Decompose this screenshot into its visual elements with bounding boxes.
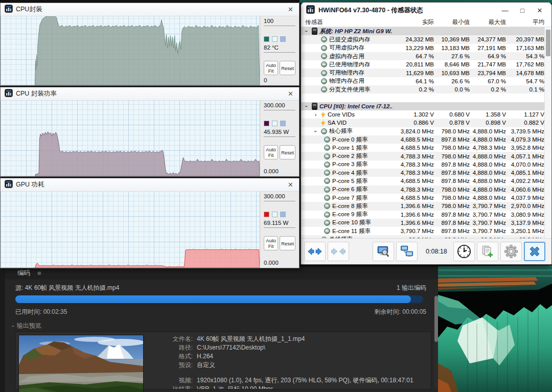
current-value-label: 45.935 W bbox=[264, 129, 295, 137]
sensor-gauge-icon bbox=[321, 53, 327, 59]
sensor-row[interactable]: 可用物理内存11,629 MB10,693 MB23,794 MB14,678 … bbox=[301, 68, 551, 77]
graph-titlebar[interactable]: GPU 功耗 ✕ bbox=[1, 178, 299, 192]
sensor-row[interactable]: 已提交虚拟内存24,332 MB10,369 MB24,377 MB20,397… bbox=[301, 35, 551, 43]
hwinfo-titlebar[interactable]: HWiNFO64 v7.30-4870 - 传感器状态 — □ ✕ bbox=[301, 3, 551, 18]
output-detail-row: 比特率:VBR, 1 次, 目标 10.00 Mbps bbox=[151, 385, 426, 389]
sensor-row[interactable]: E-core 11 频率3,790.7 MHz897.8 MHz3,790.7 … bbox=[301, 227, 551, 235]
sensor-row[interactable]: E-core 8 频率1,396.6 MHz798.0 MHz3,790.7 M… bbox=[301, 202, 551, 210]
chevron-right-icon[interactable]: › bbox=[312, 112, 319, 117]
chevron-down-icon[interactable]: › bbox=[304, 28, 309, 35]
current-value: 3,790.7 MHz bbox=[392, 228, 434, 234]
output-count-label: 1 输出编码 bbox=[397, 284, 426, 292]
graph-titlebar[interactable]: CPU封装 ✕ bbox=[1, 3, 299, 16]
media-encoder-encoding-panel: 编码 ≡ 源: 4K 60帧 风景视频 无人机拍摄.mp4 1 输出编码 已用时… bbox=[0, 266, 440, 392]
auto-fit-button[interactable]: Auto Fit bbox=[264, 61, 278, 75]
encoding-source-label: 源: 4K 60帧 风景视频 无人机拍摄.mp4 bbox=[15, 284, 119, 292]
sensor-row[interactable]: P-core 4 频率4,788.3 MHz897.8 MHz4,888.0 M… bbox=[301, 169, 551, 177]
close-icon[interactable]: ✕ bbox=[286, 181, 295, 189]
panel-gutter bbox=[0, 266, 5, 392]
maximize-icon[interactable]: □ bbox=[514, 7, 531, 14]
detail-value: C:\Users\77142\Desktop\ bbox=[197, 343, 265, 352]
sensor-row[interactable]: P-core 3 频率4,788.3 MHz897.8 MHz4,888.0 M… bbox=[301, 160, 551, 169]
min-value: 798.0 MHz bbox=[434, 203, 470, 209]
graph-titlebar[interactable]: CPU 封装功率 ✕ bbox=[1, 87, 299, 101]
column-header-current[interactable]: 实际 bbox=[392, 18, 434, 26]
remote-monitoring-button[interactable] bbox=[396, 242, 418, 261]
chevron-down-icon[interactable]: › bbox=[304, 103, 309, 109]
table-scrollbar[interactable] bbox=[544, 27, 551, 238]
auto-fit-button[interactable]: Auto Fit bbox=[264, 145, 278, 159]
sensor-row[interactable]: P-core 5 频率4,688.5 MHz897.8 MHz4,888.0 M… bbox=[301, 177, 551, 185]
sensor-row[interactable]: P-core 7 频率4,688.5 MHz798.0 MHz4,888.0 M… bbox=[301, 194, 551, 202]
close-icon[interactable]: ✕ bbox=[286, 6, 295, 13]
max-value: 0.2 % bbox=[470, 86, 506, 93]
sensor-group-row[interactable]: ›CPU [#0]: Intel Core i7-12... bbox=[301, 102, 551, 110]
current-value-label: 82 °C bbox=[264, 44, 295, 53]
detail-label: 文件名: bbox=[151, 335, 197, 343]
sensor-row[interactable]: P-core 6 频率4,788.3 MHz798.0 MHz4,888.0 M… bbox=[301, 186, 551, 194]
reset-button[interactable]: Reset bbox=[280, 145, 295, 159]
sensor-row[interactable]: SA VID0.886 V0.878 V0.898 V0.882 V bbox=[301, 119, 551, 127]
scrollbar-thumb[interactable] bbox=[434, 296, 438, 342]
sensor-label: 可用虚拟内存 bbox=[329, 44, 364, 52]
min-value: 8,646 MB bbox=[434, 61, 470, 67]
clock-button[interactable] bbox=[453, 242, 475, 261]
min-value: 0.0 % bbox=[434, 86, 470, 93]
sensor-gauge-icon bbox=[321, 36, 327, 42]
sensor-row[interactable]: P-core 2 频率4,788.3 MHz798.0 MHz4,888.0 M… bbox=[301, 152, 551, 160]
sensor-row[interactable]: 已使用物理内存20,811 MB8,646 MB21,747 MB17,762 … bbox=[301, 60, 551, 68]
close-sensors-button[interactable] bbox=[524, 242, 545, 261]
expand-columns-button[interactable] bbox=[304, 242, 326, 261]
avg-value: 4,079.3 MHz bbox=[506, 136, 544, 143]
column-header-sensor[interactable]: 传感器 bbox=[301, 18, 392, 26]
sensor-row[interactable]: ›核心频率3,824.0 MHz798.0 MHz4,888.0 MHz3,73… bbox=[301, 127, 551, 135]
output-preview-header[interactable]: › 输出预览 bbox=[12, 321, 41, 330]
close-icon[interactable]: ✕ bbox=[531, 7, 548, 14]
close-icon[interactable]: ✕ bbox=[286, 90, 295, 98]
graph-window-cpu-package-power: CPU 封装功率 ✕ 300.000 45.935 W Auto Fit Res… bbox=[0, 87, 300, 177]
minimize-icon[interactable]: — bbox=[496, 7, 514, 14]
sensor-row[interactable]: 物理内存占用64.1 %26.6 %67.0 %54.7 % bbox=[301, 77, 551, 85]
hwinfo-app-icon bbox=[5, 89, 13, 99]
sensor-row[interactable]: E-core 9 频率1,396.6 MHz897.8 MHz3,790.7 M… bbox=[301, 211, 551, 219]
column-header-max[interactable]: 最大值 bbox=[470, 18, 506, 26]
scrollbar-thumb[interactable] bbox=[546, 30, 550, 56]
graph-title: CPU封装 bbox=[16, 5, 42, 14]
gpu-power-graph-plot[interactable] bbox=[1, 192, 260, 268]
series-swatches bbox=[264, 121, 295, 126]
video-preview-window[interactable] bbox=[438, 263, 552, 392]
temp-graph-plot[interactable] bbox=[1, 16, 260, 85]
reset-button[interactable]: Reset bbox=[280, 236, 295, 250]
system-summary-button[interactable] bbox=[373, 242, 394, 261]
sensor-row[interactable]: 虚拟内存占用64.7 %27.6 %64.9 %54.3 % bbox=[301, 52, 551, 60]
column-header-min[interactable]: 最小值 bbox=[434, 18, 470, 26]
chevron-down-icon[interactable]: › bbox=[313, 128, 318, 134]
encoding-panel-tab[interactable]: 编码 bbox=[17, 269, 30, 278]
panel-menu-icon[interactable]: ≡ bbox=[37, 269, 41, 277]
current-value: 4,788.3 MHz bbox=[392, 162, 434, 168]
cpu-power-graph-plot[interactable] bbox=[1, 101, 260, 176]
sensor-row[interactable]: P-core 0 频率4,688.5 MHz897.8 MHz4,888.0 M… bbox=[301, 135, 551, 144]
column-header-avg[interactable]: 平均 bbox=[506, 18, 544, 26]
sensor-row[interactable]: 总线频率99.8 MHz99.8 MHz99.8 MHz99.8 MHz bbox=[301, 235, 551, 238]
collapse-columns-button[interactable] bbox=[328, 242, 349, 261]
sensor-row[interactable]: 分页文件使用率0.2 %0.0 %0.2 %0.1 % bbox=[301, 85, 551, 94]
sensor-group-row[interactable]: ›系统: HP HP Z2 Mini G9 W... bbox=[301, 27, 551, 35]
sensor-row[interactable]: ›Core VIDs1.302 V0.680 V1.358 V1.127 V bbox=[301, 110, 551, 119]
settings-gear-button[interactable] bbox=[500, 242, 522, 261]
sensor-row[interactable]: E-core 10 频率1,396.6 MHz897.8 MHz3,790.7 … bbox=[301, 219, 551, 227]
sensor-row[interactable]: P-core 1 频率4,688.5 MHz798.0 MHz4,788.3 M… bbox=[301, 144, 551, 152]
sensor-label: 可用物理内存 bbox=[329, 69, 364, 77]
hwinfo-app-icon bbox=[5, 180, 13, 190]
avg-value: 54.3 % bbox=[506, 53, 544, 59]
auto-fit-button[interactable]: Auto Fit bbox=[264, 236, 278, 250]
grid-color-swatch bbox=[280, 36, 286, 42]
current-value: 11,629 MB bbox=[392, 70, 434, 76]
detail-value: VBR, 1 次, 目标 10.00 Mbps bbox=[197, 385, 273, 389]
min-value: 897.8 MHz bbox=[434, 162, 470, 168]
min-value: 897.8 MHz bbox=[434, 170, 470, 176]
avg-value: 54.7 % bbox=[506, 78, 544, 84]
logging-report-button[interactable] bbox=[477, 242, 498, 261]
reset-button[interactable]: Reset bbox=[280, 61, 295, 75]
sensor-row[interactable]: 可用虚拟内存13,229 MB13,183 MB27,191 MB17,163 … bbox=[301, 44, 551, 52]
